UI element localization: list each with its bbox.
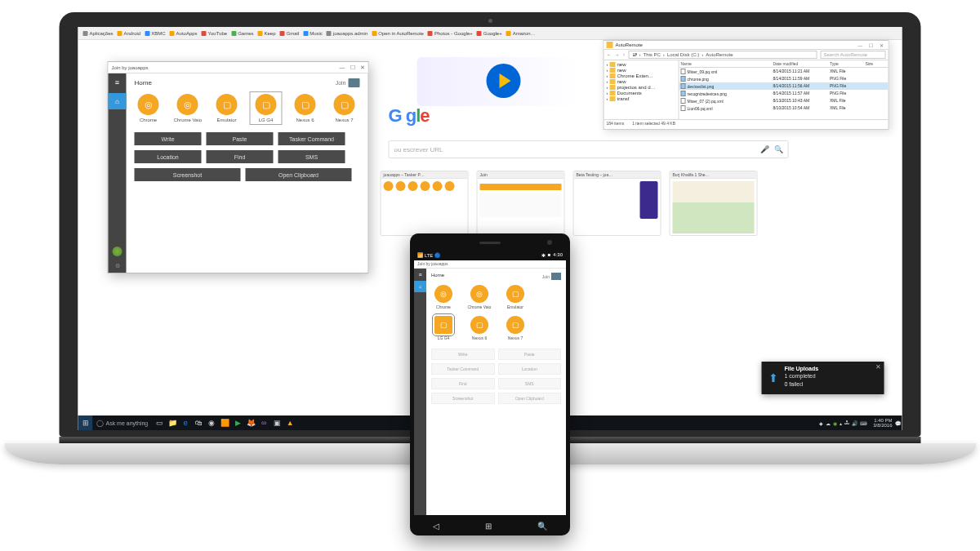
tray-volume-icon[interactable]: 🔊 [852,420,858,426]
google-search-input[interactable]: ou escrever URL 🎤 🔍 [389,140,789,158]
bookmark-item[interactable]: YouTube [200,31,229,36]
home-icon[interactable]: ⌂ [109,93,127,109]
chrome-icon[interactable]: ◉ [205,419,218,427]
bookmark-item[interactable]: Google+ [475,31,504,36]
tree-node[interactable]: ›transf [607,96,676,101]
store-icon[interactable]: 🛍 [192,419,205,427]
gimp-icon[interactable]: 🦊 [244,419,257,427]
home-icon[interactable]: ⌂ [414,281,426,292]
cmd-icon[interactable]: ▣ [270,419,283,427]
action-button[interactable]: Paste [207,132,274,145]
avatar-icon[interactable] [113,247,122,256]
nav-back-icon[interactable]: ← [607,52,612,57]
close-icon[interactable]: ✕ [872,362,884,394]
notifications-icon[interactable]: 💬 [895,420,901,426]
close-icon[interactable]: ✕ [360,64,365,71]
action-button[interactable]: Write [135,132,202,145]
action-button[interactable]: SMS [278,150,345,163]
gear-icon[interactable]: ⚙ [115,263,120,269]
tray-chevron-icon[interactable]: ▴ [840,420,842,426]
bookmark-item[interactable]: Gmail [278,31,301,36]
tray-onedrive-icon[interactable]: ☁ [826,420,831,426]
recent-thumb[interactable]: joaoapps – Tasker P… [381,171,469,236]
vlc-icon[interactable]: ▲ [283,419,296,427]
close-icon[interactable]: ✕ [880,43,886,48]
tray-apps-icon[interactable]: ◆ [819,420,823,426]
device-item[interactable]: ▢LG G4 [431,316,456,340]
action-button[interactable]: Find [431,378,495,389]
task-view-icon[interactable]: ▭ [153,419,166,427]
search-icon[interactable]: 🔍 [537,522,547,531]
device-item[interactable]: ▢Nexus 7 [331,94,359,122]
action-button[interactable]: Screenshot [431,393,495,404]
bookmark-item[interactable]: Music [301,31,324,36]
join-window-titlebar[interactable]: Join by joaoapps — ☐ ✕ [109,62,368,73]
action-button[interactable]: Paste [498,349,562,360]
maximize-icon[interactable]: ☐ [350,64,355,71]
bookmark-item[interactable]: Games [229,31,255,36]
explorer-columns[interactable]: NameDate modifiedTypeSize [679,60,889,68]
table-row[interactable]: Lion06.pq.xml8/10/2015 10:54 AMXML File [679,104,889,112]
table-row[interactable]: deviceslist.png8/14/2015 11:56 AMPNG Fil… [679,82,889,90]
action-button[interactable]: Write [431,349,495,360]
bookmark-item[interactable]: Open in AutoRemote [370,31,425,36]
tree-node[interactable]: ›projectos and d… [607,85,676,90]
action-button[interactable]: SMS [498,378,562,389]
device-item[interactable]: ◎Chrome [135,94,163,122]
recent-thumb[interactable]: Burj Khalifa 1 She… [670,171,758,236]
explorer-icon[interactable]: 📁 [166,419,179,427]
action-button[interactable]: Open Clipboard [246,168,352,181]
device-item[interactable]: ◎Chrome Vaio [174,94,202,122]
play-icon[interactable]: ▶ [231,419,244,427]
bookmark-item[interactable]: Android [116,31,143,36]
join-thumb-icon[interactable] [349,78,360,87]
action-button[interactable]: Open Clipboard [498,393,562,404]
hamburger-icon[interactable]: ≡ [418,272,421,278]
device-item[interactable]: ▢LG G4 [252,94,280,122]
action-button[interactable]: Tasker Command [431,363,495,375]
action-button[interactable]: Location [135,150,202,163]
mic-icon[interactable]: 🎤 [760,145,769,153]
table-row[interactable]: Mixer_07 (2).pq.xml8/13/2015 10:43 AMXML… [679,97,889,104]
app-icon[interactable]: 🟧 [218,419,231,427]
device-item[interactable]: ▢Nexus 6 [467,316,492,340]
tree-node[interactable]: ›new [607,68,676,73]
tree-node[interactable]: ›new [607,79,676,84]
device-item[interactable]: ▢Nexus 7 [503,316,528,340]
start-button[interactable]: ⊞ [78,415,93,430]
join-thumb-icon[interactable] [551,273,561,280]
hamburger-icon[interactable]: ≡ [115,78,119,87]
tree-node[interactable]: ›Documents [607,91,676,96]
doodle-play-button[interactable] [487,64,521,98]
device-item[interactable]: ◎Chrome Vaio [467,285,492,309]
action-button[interactable]: Screenshot [135,168,241,181]
bookmark-item[interactable]: Keep [256,31,278,36]
action-button[interactable]: Location [498,363,562,375]
back-icon[interactable]: ◁ [433,522,439,531]
tree-node[interactable]: ›new [607,62,676,67]
device-item[interactable]: ▢Emulator [213,94,241,122]
tray-lang-icon[interactable]: ⌨ [860,420,867,426]
windows-icon[interactable]: ⊞ [485,522,492,531]
bookmark-item[interactable]: AutoApps [168,31,199,36]
table-row[interactable]: Mixer_09.pq.xml8/14/2015 11:21 AMXML Fil… [679,68,889,75]
device-item[interactable]: ◎Chrome [431,285,456,309]
action-button[interactable]: Find [207,150,274,163]
table-row[interactable]: chrome.png8/14/2015 11:59 AMPNG File [679,75,889,82]
maximize-icon[interactable]: ☐ [869,43,875,48]
tree-node[interactable]: ›Chrome Exten… [607,73,676,78]
breadcrumb[interactable]: 🖳› This PC› Local Disk (C:)› AutoRemote [629,51,817,59]
nav-fwd-icon[interactable]: → [615,52,620,57]
tray-network-icon[interactable]: 🖧 [844,420,849,425]
minimize-icon[interactable]: — [340,64,345,71]
taskbar-clock[interactable]: 1:40 PM3/8/2016 [873,418,892,428]
bookmark-item[interactable]: XBMC [143,31,167,36]
recent-thumb[interactable]: Beta Testing – joa… [573,171,662,236]
explorer-titlebar[interactable]: AutoRemote — ☐ ✕ [604,41,889,50]
device-item[interactable]: ▢Nexus 6 [292,94,319,122]
device-item[interactable]: ▢Emulator [503,285,528,309]
explorer-search-input[interactable]: Search AutoRemote [821,51,886,59]
vs-icon[interactable]: ∞ [257,419,270,427]
table-row[interactable]: recognizedevices.png8/14/2015 11:57 AMPN… [679,90,889,97]
tray-sync-icon[interactable]: ◉ [833,420,837,426]
